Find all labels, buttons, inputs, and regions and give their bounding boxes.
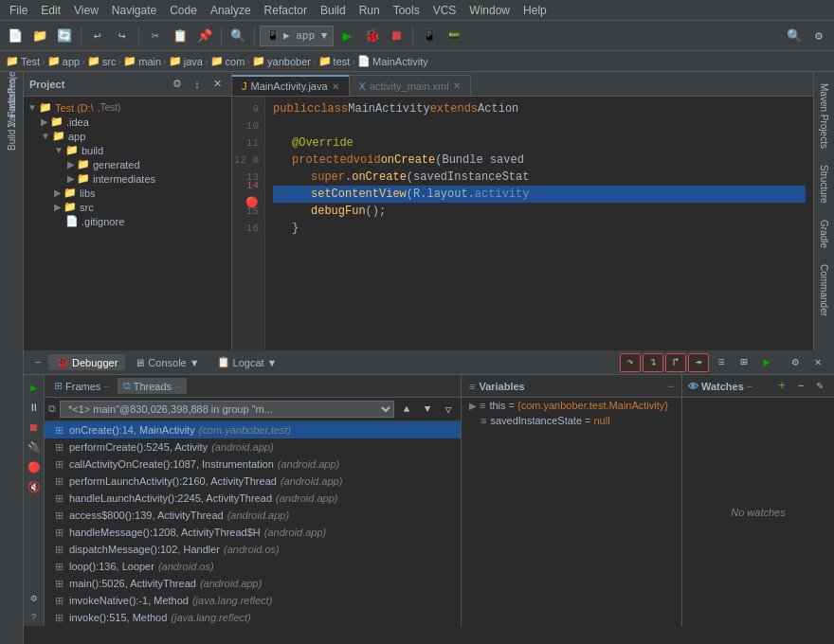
breadcrumb-java[interactable]: 📁 java [169,55,203,67]
breadcrumb-src[interactable]: 📁 src [87,55,117,67]
stack-frame-8[interactable]: ⊞ loop():136, Looper (android.os) [45,558,461,575]
breadcrumb-mainactivity[interactable]: 📄 MainActivity [357,55,428,67]
step-into-btn[interactable]: ↴ [643,353,663,372]
resume-btn[interactable]: ▶ [756,353,777,372]
breadcrumb-app[interactable]: 📁 app [47,55,80,67]
menu-edit[interactable]: Edit [35,2,66,19]
debug-tab-debugger[interactable]: 🐞 Debugger [48,354,125,370]
step-over-btn[interactable]: ↷ [620,353,641,372]
app-dropdown[interactable]: 📱 ▶ app ▼ [260,26,334,46]
tree-item-idea[interactable]: ▶ 📁 .idea [24,115,231,129]
thread-up-btn[interactable]: ▲ [398,401,415,418]
evaluate-btn[interactable]: ≡ [711,353,732,372]
toolbar-cut-btn[interactable]: ✂ [144,25,167,47]
project-settings-btn[interactable]: ⚙ [169,76,186,93]
tree-item-intermediates[interactable]: ▶ 📁 intermediates [24,171,231,186]
breadcrumb-test[interactable]: 📁 Test [6,55,40,67]
right-tab-structure[interactable]: Structure [817,157,831,211]
var-item-this[interactable]: ▶ ≡ this = {com.yanbober.test.MainActivi… [462,398,681,413]
stack-frame-3[interactable]: ⊞ performLaunchActivity():2160, Activity… [45,473,461,490]
toolbar-new-btn[interactable]: 📄 [4,25,27,47]
tab-mainactivity-java[interactable]: J MainActivity.java ✕ [232,75,350,96]
help-side-btn[interactable]: ? [26,609,43,626]
stack-frame-0[interactable]: ⊞ onCreate():14, MainActivity (com.yanbo… [45,421,461,438]
debug-tab-console[interactable]: 🖥 Console ▼ [127,355,207,370]
breakpoints-side-btn[interactable]: 🔴 [26,458,43,475]
project-sync-btn[interactable]: ↕ [189,76,206,93]
toolbar-copy-btn[interactable]: 📋 [169,25,191,47]
var-item-savedinstancestate[interactable]: ≡ savedInstanceState = null [462,413,681,428]
reconnect-side-btn[interactable]: 🔌 [26,438,43,456]
menu-analyze[interactable]: Analyze [205,2,257,19]
toolbar-sync-btn[interactable]: 🔄 [53,25,76,47]
frames-tab[interactable]: ⊞ Frames − [48,378,116,394]
step-out-btn[interactable]: ↱ [665,353,686,372]
toolbar-find-btn[interactable]: 🔍 [227,25,249,47]
project-close-btn[interactable]: ✕ [208,76,226,93]
tree-item-gitignore[interactable]: 📄 .gitignore [24,214,231,228]
toolbar-open-btn[interactable]: 📁 [28,25,51,47]
menu-file[interactable]: File [4,2,33,19]
breadcrumb-com[interactable]: 📁 com [210,55,245,67]
resume-side-btn[interactable]: ▶ [26,379,43,396]
menu-tools[interactable]: Tools [388,2,426,19]
thread-dropdown[interactable]: *<1> main"@830,026,398,888 in group "m..… [60,401,394,418]
watch-add-btn[interactable]: + [773,378,790,395]
stack-frame-9[interactable]: ⊞ main():5026, ActivityThread (android.a… [45,575,461,592]
right-tab-gradle[interactable]: Gradle [817,212,831,256]
tab-activity-main-xml[interactable]: X activity_main.xml ✕ [350,75,471,96]
menu-code[interactable]: Code [164,2,203,19]
menu-navigate[interactable]: Navigate [106,2,162,19]
toolbar-avd-btn[interactable]: 📟 [443,25,465,47]
tree-item-root[interactable]: ▼ 📁 Test (D:\ ,Test) [24,100,231,115]
menu-refactor[interactable]: Refactor [259,2,313,19]
right-tab-commander[interactable]: Commander [817,257,831,324]
tab-mainactivity-close[interactable]: ✕ [332,81,339,92]
stack-frame-10[interactable]: ⊞ invokeNative():-1, Method (java.lang.r… [45,592,461,609]
stack-frame-11[interactable]: ⊞ invoke():515, Method (java.lang.reflec… [45,609,461,626]
breadcrumb-yanbober[interactable]: 📁 yanbober [252,55,311,67]
code-content[interactable]: public class MainActivity extends Action… [265,97,813,350]
menu-build[interactable]: Build [315,2,352,19]
frames-btn[interactable]: ⊞ [734,353,754,372]
pause-side-btn[interactable]: ⏸ [26,399,43,416]
stack-frame-4[interactable]: ⊞ handleLaunchActivity():2245, ActivityT… [45,490,461,507]
stack-frame-1[interactable]: ⊞ performCreate():5245, Activity (androi… [45,438,461,456]
menu-view[interactable]: View [68,2,104,19]
breadcrumb-main[interactable]: 📁 main [123,55,161,67]
tree-item-generated[interactable]: ▶ 📁 generated [24,157,231,171]
thread-filter-btn[interactable]: ▽ [440,401,457,418]
toolbar-redo-btn[interactable]: ↪ [111,25,134,47]
settings-side-btn[interactable]: ⚙ [26,589,43,606]
menu-vcs[interactable]: VCS [427,2,462,19]
mute-side-btn[interactable]: 🔇 [26,478,43,495]
toolbar-paste-btn[interactable]: 📌 [193,25,216,47]
tree-item-app[interactable]: ▼ 📁 app [24,129,231,143]
stack-frame-2[interactable]: ⊞ callActivityOnCreate():1087, Instrumen… [45,456,461,473]
run-to-cursor-btn[interactable]: ↠ [688,353,709,372]
toolbar-settings-btn[interactable]: ⚙ [807,25,830,47]
debug-tab-logcat[interactable]: 📋 Logcat ▼ [209,354,285,370]
tree-item-src[interactable]: ▶ 📁 src [24,200,231,214]
stack-frame-5[interactable]: ⊞ access$800():139, ActivityThread (andr… [45,507,461,524]
tree-item-build[interactable]: ▼ 📁 build [24,143,231,157]
settings-debug-btn[interactable]: ⚙ [785,353,806,372]
close-debug-btn[interactable]: ✕ [807,353,828,372]
run-btn[interactable]: ▶ [335,25,358,47]
watch-edit-btn[interactable]: ✎ [811,378,828,395]
debug-btn[interactable]: 🐞 [360,25,383,47]
stack-frame-7[interactable]: ⊞ dispatchMessage():102, Handler (androi… [45,541,461,558]
breadcrumb-tst[interactable]: 📁 test [318,55,351,67]
tab-activity-main-close[interactable]: ✕ [453,80,461,91]
debug-collapse-btn[interactable]: − [29,354,46,371]
menu-run[interactable]: Run [354,2,386,19]
thread-down-btn[interactable]: ▼ [419,401,436,418]
right-tab-maven[interactable]: Maven Projects [817,76,831,156]
stop-btn[interactable]: ⏹ [385,25,408,47]
search-everywhere-btn[interactable]: 🔍 [783,25,806,47]
stop-side-btn[interactable]: ⏹ [26,419,43,436]
toolbar-undo-btn[interactable]: ↩ [86,25,109,47]
tree-item-libs[interactable]: ▶ 📁 libs [24,186,231,200]
menu-help[interactable]: Help [517,2,553,19]
left-sidebar-build-tab[interactable]: Build Variants [3,114,20,131]
